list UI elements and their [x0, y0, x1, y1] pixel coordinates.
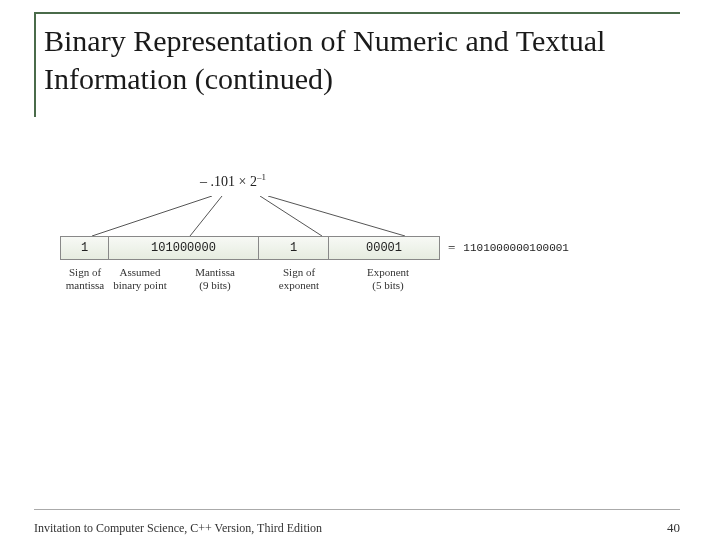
cell-sign-exponent: 1 [259, 237, 329, 259]
svg-line-2 [260, 196, 322, 236]
divider [34, 509, 680, 510]
fields-row: 1 101000000 1 00001 = 1101000000100001 [60, 236, 660, 260]
float-diagram: – .101 × 2–1 1 101000000 1 00001 = 11010… [60, 172, 660, 292]
footer-text: Invitation to Computer Science, C++ Vers… [34, 521, 322, 536]
label-sign-exponent: Sign of exponent [260, 266, 338, 292]
labels-row: Sign of mantissa Assumed binary point Ma… [60, 266, 660, 292]
pointer-lines [60, 196, 500, 238]
expr-prefix: – .101 × 2 [200, 174, 257, 189]
label-sign-mantissa: Sign of mantissa [60, 266, 110, 292]
expr-exponent: –1 [257, 172, 266, 182]
fields-box: 1 101000000 1 00001 [60, 236, 440, 260]
page-title: Binary Representation of Numeric and Tex… [44, 22, 680, 97]
expression: – .101 × 2–1 [200, 172, 660, 190]
label-binary-point: Assumed binary point [110, 266, 170, 292]
svg-line-3 [268, 196, 405, 236]
cell-mantissa: 101000000 [109, 237, 259, 259]
cell-sign-mantissa: 1 [61, 237, 109, 259]
cell-exponent: 00001 [329, 237, 439, 259]
page-number: 40 [667, 520, 680, 536]
label-mantissa: Mantissa (9 bits) [170, 266, 260, 292]
concatenated-binary: 1101000000100001 [463, 242, 569, 254]
title-container: Binary Representation of Numeric and Tex… [34, 12, 680, 117]
footer: Invitation to Computer Science, C++ Vers… [34, 520, 680, 536]
label-exponent: Exponent (5 bits) [338, 266, 438, 292]
svg-line-0 [92, 196, 212, 236]
equals-sign: = [440, 240, 463, 256]
